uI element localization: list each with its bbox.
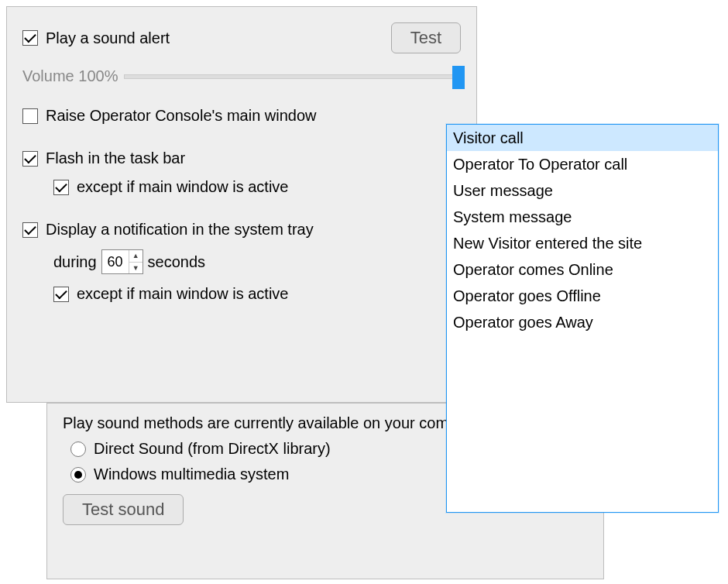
volume-label: Volume 100% xyxy=(22,67,118,85)
list-item[interactable]: User message xyxy=(447,177,718,204)
windows-multimedia-label: Windows multimedia system xyxy=(94,465,289,483)
list-item[interactable]: Operator comes Online xyxy=(447,256,718,283)
tray-except-checkbox[interactable] xyxy=(53,287,69,302)
raise-window-label: Raise Operator Console's main window xyxy=(46,107,317,125)
volume-slider[interactable] xyxy=(124,74,461,79)
raise-window-checkbox[interactable] xyxy=(22,108,38,124)
list-item[interactable]: Operator To Operator call xyxy=(447,151,718,177)
flash-taskbar-label: Flash in the task bar xyxy=(46,149,185,167)
flash-except-checkbox[interactable] xyxy=(53,180,69,195)
sound-alert-panel: Play a sound alert Test Volume 100% Rais… xyxy=(6,6,477,403)
test-button[interactable]: Test xyxy=(391,22,461,53)
during-suffix: seconds xyxy=(148,253,206,271)
test-sound-button[interactable]: Test sound xyxy=(63,494,184,525)
flash-except-label: except if main window is active xyxy=(77,178,288,196)
list-item[interactable]: Visitor call xyxy=(447,125,718,151)
list-item[interactable]: Operator goes Away xyxy=(447,309,718,335)
play-sound-label: Play a sound alert xyxy=(46,29,170,47)
list-item[interactable]: Operator goes Offline xyxy=(447,283,718,309)
duration-stepper[interactable]: ▲ ▼ xyxy=(101,249,143,274)
display-tray-label: Display a notification in the system tra… xyxy=(46,221,314,239)
flash-taskbar-checkbox[interactable] xyxy=(22,151,38,167)
list-item[interactable]: System message xyxy=(447,204,718,230)
volume-slider-thumb[interactable] xyxy=(452,66,465,89)
event-listbox[interactable]: Visitor call Operator To Operator call U… xyxy=(446,124,719,513)
windows-multimedia-radio[interactable] xyxy=(70,467,86,483)
list-item[interactable]: New Visitor entered the site xyxy=(447,230,718,256)
direct-sound-label: Direct Sound (from DirectX library) xyxy=(94,440,331,458)
tray-except-label: except if main window is active xyxy=(77,285,288,303)
play-sound-checkbox[interactable] xyxy=(22,30,38,46)
stepper-up-icon[interactable]: ▲ xyxy=(129,250,143,263)
stepper-down-icon[interactable]: ▼ xyxy=(129,263,143,274)
direct-sound-radio[interactable] xyxy=(70,441,86,457)
display-tray-checkbox[interactable] xyxy=(22,222,38,238)
during-prefix: during xyxy=(53,253,97,271)
sound-methods-heading: Play sound methods are currently availab… xyxy=(63,414,488,432)
duration-input[interactable] xyxy=(102,250,129,273)
